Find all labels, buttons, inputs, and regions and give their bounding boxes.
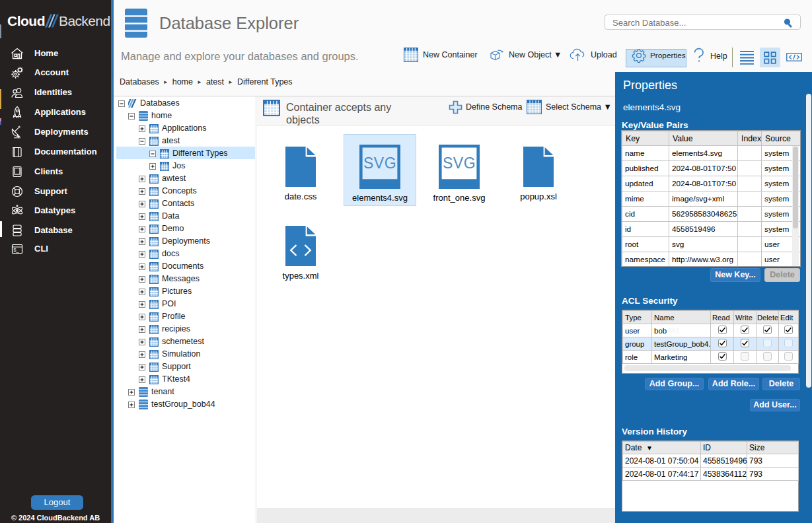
svg-text:SVG: SVG xyxy=(443,155,476,172)
svg-text:SVG: SVG xyxy=(363,155,396,172)
svg-text:$_: $_ xyxy=(14,248,19,253)
